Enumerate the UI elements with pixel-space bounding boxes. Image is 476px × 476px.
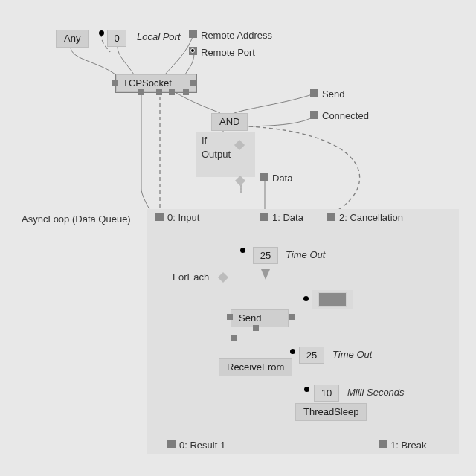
node-label: Send <box>239 312 261 324</box>
port-icon[interactable] <box>260 213 268 221</box>
label-remote-address: Remote Address <box>201 30 272 41</box>
diamond-icon <box>235 176 245 186</box>
pin-filled-dot-icon <box>190 48 195 53</box>
pin-dot-icon <box>240 248 245 253</box>
node-and[interactable]: AND <box>211 113 248 131</box>
value-text: 0 <box>114 33 119 44</box>
value-text: 25 <box>306 350 317 361</box>
label-timeout: Time Out <box>286 249 325 260</box>
resize-handle-icon[interactable] <box>253 325 259 331</box>
port-icon[interactable] <box>310 89 318 97</box>
port-icon[interactable] <box>379 440 387 448</box>
label-asyncloop: AsyncLoop (Data Queue) <box>22 213 131 225</box>
port-icon[interactable] <box>189 30 197 38</box>
resize-handle-icon[interactable] <box>289 314 295 320</box>
node-threadsleep[interactable]: ThreadSleep <box>295 403 367 421</box>
value-timeout-1[interactable]: 25 <box>253 247 278 264</box>
port-icon[interactable] <box>260 173 268 181</box>
resize-handle-icon[interactable] <box>183 89 189 95</box>
resize-handle-icon[interactable] <box>227 314 233 320</box>
pin-dot-icon <box>99 30 104 36</box>
funnel-icon <box>261 269 270 280</box>
node-label: AND <box>219 116 239 127</box>
node-label: TCPSocket <box>123 77 172 89</box>
label-remote-port: Remote Port <box>201 47 255 58</box>
label-data-1: 1: Data <box>272 212 303 223</box>
node-any[interactable]: Any <box>56 30 89 48</box>
resize-handle-icon[interactable] <box>156 89 162 95</box>
label-output: Output <box>202 149 231 160</box>
pin-dot-icon <box>304 387 309 392</box>
value-timeout-2[interactable]: 25 <box>299 347 324 364</box>
node-send[interactable]: Send <box>231 309 289 327</box>
pin-dot-icon <box>303 296 309 301</box>
label-cancellation-2: 2: Cancellation <box>339 212 403 223</box>
pin-dot-icon <box>290 349 295 354</box>
resize-handle-icon[interactable] <box>169 89 175 95</box>
port-icon[interactable] <box>310 111 318 119</box>
node-label: ReceiveFrom <box>227 361 284 373</box>
resize-handle-icon[interactable] <box>112 80 118 86</box>
value-millis[interactable]: 10 <box>314 385 339 402</box>
port-icon[interactable] <box>155 213 164 221</box>
value-text: 10 <box>321 387 332 399</box>
label-timeout-2: Time Out <box>332 349 372 360</box>
port-icon[interactable] <box>327 213 335 221</box>
value-text: 25 <box>260 250 271 261</box>
label-milliseconds: Milli Seconds <box>347 387 405 398</box>
label-send: Send <box>322 89 344 100</box>
label-if: If <box>202 135 207 146</box>
port-icon[interactable] <box>167 440 176 448</box>
node-label: ThreadSleep <box>303 406 358 417</box>
label-connected: Connected <box>322 110 369 121</box>
resize-handle-icon[interactable] <box>231 335 237 341</box>
label-break-1: 1: Break <box>390 440 426 451</box>
dark-chip-icon <box>318 292 347 307</box>
resize-handle-icon[interactable] <box>138 89 144 95</box>
resize-handle-icon[interactable] <box>190 80 196 86</box>
value-zero[interactable]: 0 <box>107 30 126 47</box>
label-data: Data <box>272 173 292 184</box>
node-label: Any <box>64 33 80 44</box>
label-local-port: Local Port <box>137 31 181 42</box>
label-result-0: 0: Result 1 <box>179 440 225 451</box>
node-receivefrom[interactable]: ReceiveFrom <box>219 358 292 376</box>
label-input-0: 0: Input <box>167 212 199 223</box>
label-foreach: ForEach <box>173 271 209 283</box>
